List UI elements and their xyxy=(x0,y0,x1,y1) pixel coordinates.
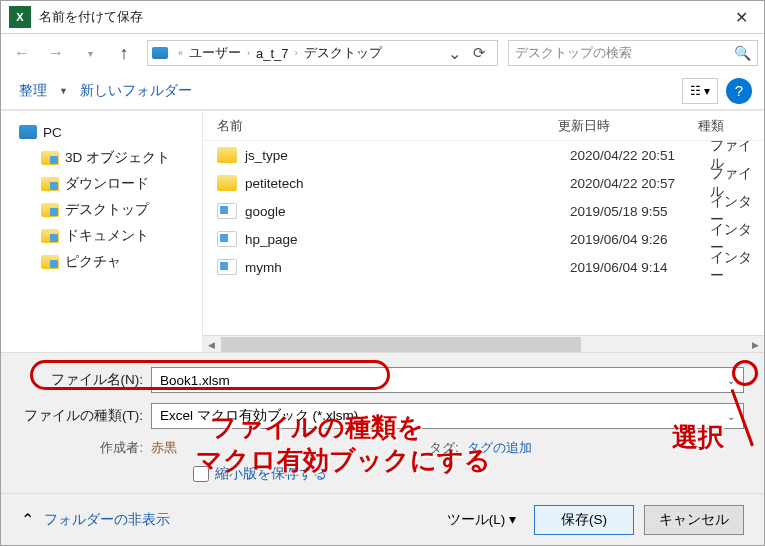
close-button[interactable]: ✕ xyxy=(719,1,764,34)
filename-input[interactable]: Book1.xlsm ⌄ xyxy=(151,367,744,393)
excel-icon: X xyxy=(9,6,31,28)
tag-add[interactable]: タグの追加 xyxy=(467,439,532,457)
organize-menu[interactable]: 整理 xyxy=(13,78,53,104)
file-icon xyxy=(217,203,237,219)
new-folder[interactable]: 新しいフォルダー xyxy=(74,78,198,104)
nav-up[interactable]: ↑ xyxy=(109,39,139,67)
folder-icon xyxy=(217,175,237,191)
cancel-button[interactable]: キャンセル xyxy=(644,505,744,535)
item-name: hp_page xyxy=(245,232,570,247)
tools-menu[interactable]: ツール(L) ▾ xyxy=(439,507,524,533)
item-name: google xyxy=(245,204,570,219)
refresh-button[interactable]: ⟳ xyxy=(465,44,493,62)
nav-recent[interactable]: ▾ xyxy=(75,39,105,67)
filetype-value: Excel マクロ有効ブック (*.xlsm) xyxy=(160,407,358,425)
col-name[interactable]: 名前 xyxy=(203,117,558,135)
tree-documents[interactable]: ドキュメント xyxy=(1,223,202,249)
col-type[interactable]: 種類 xyxy=(698,117,764,135)
nav-forward[interactable]: → xyxy=(41,39,71,67)
crumb-sep: › xyxy=(243,48,254,58)
filetype-dd[interactable]: ⌄ xyxy=(727,411,735,422)
list-item[interactable]: google 2019/05/18 9:55 インター xyxy=(203,197,764,225)
item-date: 2020/04/22 20:57 xyxy=(570,176,710,191)
author-value: 赤黒 xyxy=(151,439,177,457)
save-button[interactable]: 保存(S) xyxy=(534,505,634,535)
crumb-sep: « xyxy=(174,48,187,58)
tag-label: タグ: xyxy=(429,439,467,457)
item-date: 2019/06/04 9:14 xyxy=(570,260,710,275)
nav-back[interactable]: ← xyxy=(7,39,37,67)
help-button[interactable]: ? xyxy=(726,78,752,104)
thumbnail-label: 縮小版を保存する xyxy=(215,465,327,483)
crumb-user[interactable]: a_t_7 xyxy=(254,44,291,63)
list-item[interactable]: js_type 2020/04/22 20:51 ファイル xyxy=(203,141,764,169)
tree-downloads[interactable]: ダウンロード xyxy=(1,171,202,197)
list-item[interactable]: mymh 2019/06/04 9:14 インター xyxy=(203,253,764,281)
address-dropdown[interactable]: ⌄ xyxy=(444,44,465,63)
filename-label: ファイル名(N): xyxy=(21,371,151,389)
tree-desktop[interactable]: デスクトップ xyxy=(1,197,202,223)
list-item[interactable]: petitetech 2020/04/22 20:57 ファイル xyxy=(203,169,764,197)
organize-dd[interactable]: ▼ xyxy=(53,86,74,96)
search-placeholder: デスクトップの検索 xyxy=(515,44,632,62)
thumbnail-checkbox[interactable] xyxy=(193,466,209,482)
crumb-users[interactable]: ユーザー xyxy=(187,42,243,64)
horizontal-scrollbar[interactable]: ◀▶ xyxy=(203,335,764,352)
dialog-title: 名前を付けて保存 xyxy=(39,8,719,26)
filetype-select[interactable]: Excel マクロ有効ブック (*.xlsm) ⌄ xyxy=(151,403,744,429)
file-icon xyxy=(217,231,237,247)
item-name: petitetech xyxy=(245,176,570,191)
crumb-desktop[interactable]: デスクトップ xyxy=(302,42,384,64)
tree-3d[interactable]: 3D オブジェクト xyxy=(1,145,202,171)
col-date[interactable]: 更新日時 xyxy=(558,117,698,135)
address-bar[interactable]: « ユーザー › a_t_7 › デスクトップ ⌄ ⟳ xyxy=(147,40,498,66)
hide-folders[interactable]: フォルダーの非表示 xyxy=(44,511,170,529)
view-options[interactable]: ☷ ▾ xyxy=(682,78,718,104)
search-icon: 🔍 xyxy=(734,45,751,61)
item-date: 2019/05/18 9:55 xyxy=(570,204,710,219)
crumb-sep: › xyxy=(291,48,302,58)
folder-icon xyxy=(217,147,237,163)
file-icon xyxy=(217,259,237,275)
list-item[interactable]: hp_page 2019/06/04 9:26 インター xyxy=(203,225,764,253)
pc-icon xyxy=(152,47,168,59)
author-label: 作成者: xyxy=(21,439,151,457)
item-name: js_type xyxy=(245,148,570,163)
item-type: インター xyxy=(710,249,764,285)
filename-dd[interactable]: ⌄ xyxy=(727,375,735,386)
tree-pictures[interactable]: ピクチャ xyxy=(1,249,202,275)
filename-value: Book1.xlsm xyxy=(160,373,230,388)
filetype-label: ファイルの種類(T): xyxy=(21,407,151,425)
item-name: mymh xyxy=(245,260,570,275)
tree-pc[interactable]: PC xyxy=(1,119,202,145)
hide-up-icon: ⌃ xyxy=(21,510,34,529)
search-input[interactable]: デスクトップの検索 🔍 xyxy=(508,40,758,66)
item-date: 2019/06/04 9:26 xyxy=(570,232,710,247)
item-date: 2020/04/22 20:51 xyxy=(570,148,710,163)
nav-tree: PC 3D オブジェクト ダウンロード デスクトップ ドキュメント ピクチャ xyxy=(1,111,203,352)
